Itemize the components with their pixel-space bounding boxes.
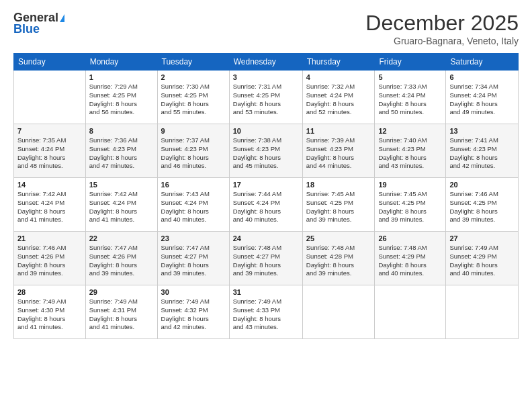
calendar-cell: 26Sunrise: 7:48 AMSunset: 4:29 PMDayligh…: [375, 232, 446, 285]
day-number: 17: [233, 181, 299, 189]
day-info: Sunrise: 7:42 AMSunset: 4:24 PMDaylight:…: [89, 190, 154, 224]
day-number: 27: [449, 234, 515, 242]
day-number: 9: [161, 127, 226, 135]
day-number: 14: [17, 181, 82, 189]
calendar-cell: 9Sunrise: 7:37 AMSunset: 4:23 PMDaylight…: [157, 124, 229, 178]
calendar-cell: 25Sunrise: 7:48 AMSunset: 4:28 PMDayligh…: [302, 232, 375, 285]
calendar-cell: 31Sunrise: 7:49 AMSunset: 4:33 PMDayligh…: [229, 285, 302, 339]
calendar-cell: 10Sunrise: 7:38 AMSunset: 4:23 PMDayligh…: [229, 124, 302, 178]
calendar-week-4: 28Sunrise: 7:49 AMSunset: 4:30 PMDayligh…: [14, 285, 519, 339]
col-header-friday: Friday: [375, 54, 446, 71]
calendar-cell: 29Sunrise: 7:49 AMSunset: 4:31 PMDayligh…: [85, 285, 157, 339]
calendar-table: SundayMondayTuesdayWednesdayThursdayFrid…: [13, 53, 519, 339]
day-info: Sunrise: 7:49 AMSunset: 4:29 PMDaylight:…: [449, 244, 515, 278]
calendar-week-2: 14Sunrise: 7:42 AMSunset: 4:24 PMDayligh…: [14, 178, 519, 232]
day-info: Sunrise: 7:39 AMSunset: 4:23 PMDaylight:…: [306, 136, 371, 171]
day-info: Sunrise: 7:44 AMSunset: 4:24 PMDaylight:…: [233, 190, 299, 224]
calendar-cell: 27Sunrise: 7:49 AMSunset: 4:29 PMDayligh…: [446, 232, 519, 285]
day-info: Sunrise: 7:31 AMSunset: 4:25 PMDaylight:…: [233, 83, 299, 117]
day-info: Sunrise: 7:49 AMSunset: 4:32 PMDaylight:…: [161, 298, 226, 332]
calendar-cell: 8Sunrise: 7:36 AMSunset: 4:23 PMDaylight…: [85, 124, 157, 178]
day-number: 25: [306, 234, 371, 242]
day-number: 31: [233, 288, 299, 296]
day-number: 12: [378, 127, 442, 135]
day-number: 24: [233, 234, 299, 242]
day-info: Sunrise: 7:32 AMSunset: 4:24 PMDaylight:…: [306, 83, 371, 117]
day-info: Sunrise: 7:46 AMSunset: 4:26 PMDaylight:…: [17, 244, 82, 278]
day-info: Sunrise: 7:30 AMSunset: 4:25 PMDaylight:…: [161, 83, 226, 117]
calendar-cell: 18Sunrise: 7:45 AMSunset: 4:25 PMDayligh…: [302, 178, 375, 232]
calendar-cell: [302, 285, 375, 339]
calendar-cell: 13Sunrise: 7:41 AMSunset: 4:23 PMDayligh…: [446, 124, 519, 178]
day-number: 20: [449, 181, 515, 189]
day-number: 16: [161, 181, 226, 189]
day-number: 3: [233, 73, 299, 81]
title-block: December 2025 Gruaro-Bagnara, Veneto, It…: [365, 11, 519, 46]
day-number: 30: [161, 288, 226, 296]
day-number: 23: [161, 234, 226, 242]
day-number: 26: [378, 234, 442, 242]
calendar-cell: 24Sunrise: 7:48 AMSunset: 4:27 PMDayligh…: [229, 232, 302, 285]
day-info: Sunrise: 7:40 AMSunset: 4:23 PMDaylight:…: [378, 136, 442, 171]
calendar-cell: 4Sunrise: 7:32 AMSunset: 4:24 PMDaylight…: [302, 71, 375, 124]
day-number: 15: [89, 181, 154, 189]
day-info: Sunrise: 7:29 AMSunset: 4:25 PMDaylight:…: [89, 83, 154, 117]
calendar-cell: 5Sunrise: 7:33 AMSunset: 4:24 PMDaylight…: [375, 71, 446, 124]
calendar-cell: 30Sunrise: 7:49 AMSunset: 4:32 PMDayligh…: [157, 285, 229, 339]
logo-triangle-icon: [60, 14, 64, 22]
calendar-cell: 3Sunrise: 7:31 AMSunset: 4:25 PMDaylight…: [229, 71, 302, 124]
logo-blue-text: Blue: [13, 22, 40, 36]
calendar-cell: 6Sunrise: 7:34 AMSunset: 4:24 PMDaylight…: [446, 71, 519, 124]
day-info: Sunrise: 7:41 AMSunset: 4:23 PMDaylight:…: [449, 136, 515, 171]
day-number: 13: [449, 127, 515, 135]
day-info: Sunrise: 7:45 AMSunset: 4:25 PMDaylight:…: [378, 190, 442, 224]
col-header-tuesday: Tuesday: [157, 54, 229, 71]
calendar-cell: [446, 285, 519, 339]
calendar-cell: 15Sunrise: 7:42 AMSunset: 4:24 PMDayligh…: [85, 178, 157, 232]
location: Gruaro-Bagnara, Veneto, Italy: [365, 36, 519, 46]
calendar-cell: 21Sunrise: 7:46 AMSunset: 4:26 PMDayligh…: [14, 232, 86, 285]
day-info: Sunrise: 7:45 AMSunset: 4:25 PMDaylight:…: [306, 190, 371, 224]
day-info: Sunrise: 7:34 AMSunset: 4:24 PMDaylight:…: [449, 83, 515, 117]
day-number: 8: [89, 127, 154, 135]
calendar-cell: 14Sunrise: 7:42 AMSunset: 4:24 PMDayligh…: [14, 178, 86, 232]
day-info: Sunrise: 7:48 AMSunset: 4:27 PMDaylight:…: [233, 244, 299, 278]
calendar-header-row: SundayMondayTuesdayWednesdayThursdayFrid…: [14, 54, 519, 71]
day-number: 5: [378, 73, 442, 81]
calendar-cell: 19Sunrise: 7:45 AMSunset: 4:25 PMDayligh…: [375, 178, 446, 232]
calendar-cell: 2Sunrise: 7:30 AMSunset: 4:25 PMDaylight…: [157, 71, 229, 124]
day-number: 28: [17, 288, 82, 296]
col-header-thursday: Thursday: [302, 54, 375, 71]
day-info: Sunrise: 7:49 AMSunset: 4:31 PMDaylight:…: [89, 298, 154, 332]
calendar-cell: [375, 285, 446, 339]
col-header-saturday: Saturday: [446, 54, 519, 71]
calendar-cell: 28Sunrise: 7:49 AMSunset: 4:30 PMDayligh…: [14, 285, 86, 339]
day-number: 19: [378, 181, 442, 189]
day-info: Sunrise: 7:36 AMSunset: 4:23 PMDaylight:…: [89, 136, 154, 171]
month-title: December 2025: [365, 11, 519, 36]
day-number: 29: [89, 288, 154, 296]
calendar-week-0: 1Sunrise: 7:29 AMSunset: 4:25 PMDaylight…: [14, 71, 519, 124]
calendar-cell: 7Sunrise: 7:35 AMSunset: 4:24 PMDaylight…: [14, 124, 86, 178]
day-info: Sunrise: 7:35 AMSunset: 4:24 PMDaylight:…: [17, 136, 82, 171]
day-info: Sunrise: 7:47 AMSunset: 4:26 PMDaylight:…: [89, 244, 154, 278]
day-info: Sunrise: 7:37 AMSunset: 4:23 PMDaylight:…: [161, 136, 226, 171]
day-info: Sunrise: 7:49 AMSunset: 4:33 PMDaylight:…: [233, 298, 299, 332]
day-number: 6: [449, 73, 515, 81]
day-info: Sunrise: 7:42 AMSunset: 4:24 PMDaylight:…: [17, 190, 82, 224]
day-info: Sunrise: 7:33 AMSunset: 4:24 PMDaylight:…: [378, 83, 442, 117]
col-header-monday: Monday: [85, 54, 157, 71]
day-info: Sunrise: 7:48 AMSunset: 4:29 PMDaylight:…: [378, 244, 442, 278]
calendar-cell: 17Sunrise: 7:44 AMSunset: 4:24 PMDayligh…: [229, 178, 302, 232]
calendar-cell: 1Sunrise: 7:29 AMSunset: 4:25 PMDaylight…: [85, 71, 157, 124]
day-number: 21: [17, 234, 82, 242]
col-header-wednesday: Wednesday: [229, 54, 302, 71]
day-number: 1: [89, 73, 154, 81]
day-info: Sunrise: 7:47 AMSunset: 4:27 PMDaylight:…: [161, 244, 226, 278]
calendar-cell: 16Sunrise: 7:43 AMSunset: 4:24 PMDayligh…: [157, 178, 229, 232]
calendar-cell: 20Sunrise: 7:46 AMSunset: 4:25 PMDayligh…: [446, 178, 519, 232]
day-info: Sunrise: 7:49 AMSunset: 4:30 PMDaylight:…: [17, 298, 82, 332]
day-info: Sunrise: 7:38 AMSunset: 4:23 PMDaylight:…: [233, 136, 299, 171]
day-info: Sunrise: 7:48 AMSunset: 4:28 PMDaylight:…: [306, 244, 371, 278]
day-number: 10: [233, 127, 299, 135]
